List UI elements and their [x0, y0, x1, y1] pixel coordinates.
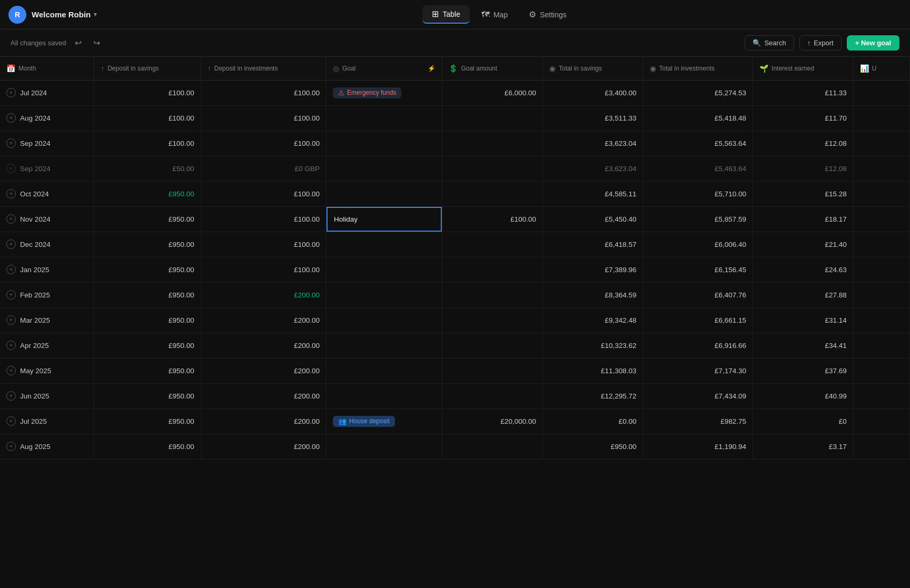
add-row-icon[interactable]: +	[6, 189, 16, 198]
cell-interest[interactable]: £11.70	[753, 105, 854, 131]
user-name[interactable]: Welcome Robin ▾	[32, 10, 97, 19]
cell-interest[interactable]: £0	[753, 408, 854, 434]
table-row[interactable]: +Feb 2025£950.00£200.00£8,364.59£6,407.7…	[0, 282, 910, 307]
cell-goal-amount[interactable]	[442, 307, 543, 333]
cell-savings[interactable]: £100.00	[94, 80, 201, 105]
add-row-icon[interactable]: +	[6, 315, 16, 325]
cell-month[interactable]: +Jul 2025	[0, 408, 94, 434]
table-row[interactable]: +Mar 2025£950.00£200.00£9,342.48£6,661.1…	[0, 307, 910, 333]
cell-savings[interactable]: £950.00	[94, 181, 201, 206]
cell-invest[interactable]: £100.00	[201, 206, 326, 232]
cell-total-savings[interactable]: £5,450.40	[543, 206, 644, 232]
add-row-icon[interactable]: +	[6, 164, 16, 173]
cell-invest[interactable]: £200.00	[201, 282, 326, 307]
cell-interest[interactable]: £15.28	[753, 181, 854, 206]
cell-goal-amount[interactable]	[442, 156, 543, 181]
cell-total-invest[interactable]: £6,916.66	[643, 333, 753, 358]
cell-month[interactable]: +Sep 2024	[0, 156, 94, 181]
cell-goal[interactable]	[327, 333, 442, 358]
add-row-icon[interactable]: +	[6, 290, 16, 300]
add-row-icon[interactable]: +	[6, 341, 16, 350]
cell-savings[interactable]: £950.00	[94, 257, 201, 282]
cell-savings[interactable]: £50.00	[94, 156, 201, 181]
cell-total-invest[interactable]: £982.75	[643, 408, 753, 434]
cell-month[interactable]: +May 2025	[0, 358, 94, 383]
table-row[interactable]: +Oct 2024£950.00£100.00£4,585.11£5,710.0…	[0, 181, 910, 206]
cell-goal[interactable]	[327, 206, 442, 232]
cell-total-savings[interactable]: £3,511.33	[543, 105, 644, 131]
cell-total-savings[interactable]: £9,342.48	[543, 307, 644, 333]
cell-goal-amount[interactable]	[442, 131, 543, 156]
table-wrapper[interactable]: 📅 Month ↑ Deposit in savings ↑ Deposit i…	[0, 57, 910, 588]
cell-invest[interactable]: £100.00	[201, 181, 326, 206]
cell-savings[interactable]: £950.00	[94, 282, 201, 307]
cell-total-invest[interactable]: £6,661.15	[643, 307, 753, 333]
new-goal-button[interactable]: + New goal	[847, 35, 899, 51]
cell-goal-amount[interactable]: £100.00	[442, 206, 543, 232]
cell-total-invest[interactable]: £7,174.30	[643, 358, 753, 383]
table-row[interactable]: +Jun 2025£950.00£200.00£12,295.72£7,434.…	[0, 383, 910, 408]
table-row[interactable]: +Dec 2024£950.00£100.00£6,418.57£6,006.4…	[0, 232, 910, 257]
cell-month[interactable]: +Aug 2024	[0, 105, 94, 131]
cell-invest[interactable]: £100.00	[201, 131, 326, 156]
cell-invest[interactable]: £200.00	[201, 434, 326, 459]
cell-total-savings[interactable]: £7,389.96	[543, 257, 644, 282]
cell-total-invest[interactable]: £5,463.64	[643, 156, 753, 181]
cell-total-savings[interactable]: £8,364.59	[543, 282, 644, 307]
cell-month[interactable]: +Jan 2025	[0, 257, 94, 282]
export-button[interactable]: ↑ Export	[799, 35, 842, 51]
cell-invest[interactable]: £100.00	[201, 80, 326, 105]
cell-goal[interactable]	[327, 131, 442, 156]
cell-interest[interactable]: £37.69	[753, 358, 854, 383]
cell-interest[interactable]: £31.14	[753, 307, 854, 333]
cell-savings[interactable]: £950.00	[94, 307, 201, 333]
cell-invest[interactable]: £200.00	[201, 333, 326, 358]
cell-goal-amount[interactable]	[442, 333, 543, 358]
cell-total-savings[interactable]: £3,623.04	[543, 131, 644, 156]
table-row[interactable]: +Aug 2024£100.00£100.00£3,511.33£5,418.4…	[0, 105, 910, 131]
cell-invest[interactable]: £100.00	[201, 232, 326, 257]
cell-invest[interactable]: £200.00	[201, 383, 326, 408]
add-row-icon[interactable]: +	[6, 265, 16, 274]
cell-savings[interactable]: £950.00	[94, 232, 201, 257]
cell-savings[interactable]: £950.00	[94, 333, 201, 358]
cell-total-savings[interactable]: £0.00	[543, 408, 644, 434]
cell-goal-amount[interactable]	[442, 257, 543, 282]
cell-month[interactable]: +Jun 2025	[0, 383, 94, 408]
add-row-icon[interactable]: +	[6, 366, 16, 375]
cell-month[interactable]: +Mar 2025	[0, 307, 94, 333]
cell-month[interactable]: +Jul 2024	[0, 80, 94, 105]
search-button[interactable]: 🔍 Search	[745, 35, 794, 51]
cell-interest[interactable]: £34.41	[753, 333, 854, 358]
cell-goal-amount[interactable]: £6,000.00	[442, 80, 543, 105]
cell-total-invest[interactable]: £5,274.53	[643, 80, 753, 105]
table-row[interactable]: +Sep 2024£100.00£100.00£3,623.04£5,563.6…	[0, 131, 910, 156]
add-row-icon[interactable]: +	[6, 391, 16, 401]
redo-button[interactable]: ↪	[90, 37, 103, 49]
cell-total-savings[interactable]: £10,323.62	[543, 333, 644, 358]
cell-total-savings[interactable]: £4,585.11	[543, 181, 644, 206]
cell-month[interactable]: +Apr 2025	[0, 333, 94, 358]
cell-total-savings[interactable]: £11,308.03	[543, 358, 644, 383]
cell-month[interactable]: +Sep 2024	[0, 131, 94, 156]
cell-total-invest[interactable]: £6,156.45	[643, 257, 753, 282]
cell-month[interactable]: +Oct 2024	[0, 181, 94, 206]
cell-savings[interactable]: £950.00	[94, 408, 201, 434]
table-row[interactable]: +Jul 2025£950.00£200.00👥House deposit£20…	[0, 408, 910, 434]
cell-total-invest[interactable]: £5,418.48	[643, 105, 753, 131]
cell-goal[interactable]	[327, 358, 442, 383]
cell-interest[interactable]: £3.17	[753, 434, 854, 459]
cell-total-savings[interactable]: £950.00	[543, 434, 644, 459]
cell-invest[interactable]: £200.00	[201, 307, 326, 333]
cell-goal[interactable]	[327, 156, 442, 181]
cell-month[interactable]: +Dec 2024	[0, 232, 94, 257]
cell-goal-amount[interactable]	[442, 434, 543, 459]
add-row-icon[interactable]: +	[6, 416, 16, 426]
cell-interest[interactable]: £40.99	[753, 383, 854, 408]
table-row[interactable]: +Nov 2024£950.00£100.00£100.00£5,450.40£…	[0, 206, 910, 232]
cell-total-invest[interactable]: £6,407.76	[643, 282, 753, 307]
cell-goal-amount[interactable]	[442, 232, 543, 257]
tab-map[interactable]: 🗺 Map	[472, 6, 517, 23]
cell-goal[interactable]	[327, 105, 442, 131]
add-row-icon[interactable]: +	[6, 214, 16, 224]
